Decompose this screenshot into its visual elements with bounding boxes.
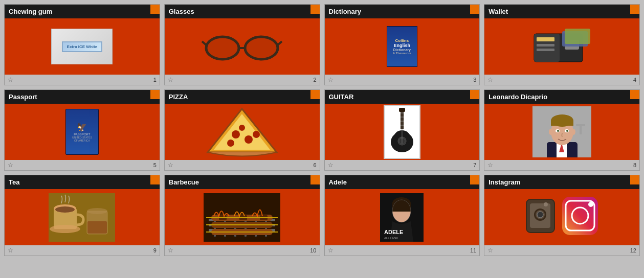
card-2[interactable]: Glasses ☆ 2 [164, 4, 320, 85]
card-4-body [484, 18, 639, 75]
accent-square [470, 175, 479, 184]
card-1-number: 1 [153, 77, 157, 83]
card-7-body [325, 104, 480, 160]
svg-point-49 [571, 129, 575, 135]
card-12-title: Instagram [488, 178, 520, 186]
star-icon[interactable]: ☆ [487, 161, 493, 169]
card-9-title: Tea [9, 178, 19, 186]
svg-point-5 [207, 38, 238, 58]
star-icon[interactable]: ☆ [8, 76, 13, 83]
svg-point-22 [253, 131, 260, 138]
accent-square [630, 175, 639, 184]
card-1-body [5, 18, 160, 75]
card-4-header: Wallet [484, 5, 639, 18]
card-3-body: Collins English Dictionary & Thesaurus [325, 18, 480, 75]
svg-point-94 [588, 202, 593, 207]
svg-marker-17 [214, 114, 270, 150]
card-9-body [5, 189, 160, 245]
card-1-title: Chewing gum [9, 8, 52, 15]
svg-rect-11 [537, 44, 554, 47]
card-10[interactable]: Barbecue [164, 175, 320, 256]
svg-point-54 [55, 206, 75, 213]
card-3-number: 3 [473, 77, 476, 83]
leo-image: T [532, 106, 591, 157]
card-6[interactable]: PIZZA ☆ 6 [164, 89, 320, 171]
card-4-footer: ☆ 4 [484, 75, 639, 85]
card-7-title: GUITAR [329, 93, 354, 101]
card-10-number: 10 [310, 247, 316, 253]
card-8[interactable]: Leonardo Dicaprio [484, 89, 640, 171]
star-icon[interactable]: ☆ [168, 76, 173, 83]
card-4[interactable]: Wallet ☆ 4 [484, 4, 640, 85]
svg-point-47 [566, 130, 568, 132]
card-2-title: Glasses [169, 8, 194, 15]
star-icon[interactable]: ☆ [328, 76, 334, 83]
wallet-image [531, 26, 593, 67]
instagram-image [524, 194, 601, 240]
card-6-footer: ☆ 6 [165, 160, 320, 170]
svg-rect-43 [551, 121, 573, 126]
card-5-header: Passport [5, 90, 160, 104]
card-grid: Chewing gum ☆ 1 Glasses [0, 0, 644, 260]
card-8-footer: ☆ 8 [484, 160, 639, 170]
card-8-title: Leonardo Dicaprio [488, 93, 547, 101]
card-11-title: Adele [329, 178, 347, 186]
card-6-body [165, 104, 320, 160]
svg-point-21 [227, 140, 234, 147]
star-icon[interactable]: ☆ [328, 247, 334, 254]
accent-square [470, 90, 479, 99]
glasses-image [201, 29, 283, 64]
svg-point-46 [557, 130, 559, 132]
card-3-header: Dictionary [325, 5, 480, 18]
card-10-header: Barbecue [165, 175, 320, 189]
svg-point-6 [246, 38, 277, 58]
adele-image: ADELE ALL I ASK [380, 193, 424, 242]
star-icon[interactable]: ☆ [168, 161, 173, 169]
svg-rect-58 [87, 221, 107, 234]
card-7-number: 7 [473, 162, 476, 168]
dictionary-image: Collins English Dictionary & Thesaurus [387, 26, 417, 67]
star-icon[interactable]: ☆ [168, 247, 173, 254]
card-1[interactable]: Chewing gum ☆ 1 [4, 4, 160, 85]
accent-square [310, 175, 320, 184]
svg-rect-14 [565, 29, 590, 44]
accent-square [150, 175, 160, 184]
card-5-footer: ☆ 5 [5, 160, 160, 170]
svg-point-20 [239, 125, 245, 131]
svg-text:ALL I ASK: ALL I ASK [384, 237, 398, 240]
star-icon[interactable]: ☆ [487, 76, 493, 83]
accent-square [150, 5, 160, 14]
card-5[interactable]: Passport 🦅 PASSPORT UNITED STATESOF AMER… [4, 89, 160, 171]
star-icon[interactable]: ☆ [8, 247, 13, 254]
card-11[interactable]: Adele ADELE ALL I ASK ☆ [324, 175, 480, 256]
svg-line-3 [202, 41, 206, 45]
svg-point-57 [87, 208, 107, 214]
card-2-body [165, 18, 320, 75]
card-10-body [165, 189, 320, 245]
svg-point-48 [549, 129, 553, 135]
card-9[interactable]: Tea [4, 175, 160, 256]
card-8-header: Leonardo Dicaprio [484, 90, 639, 104]
card-12-body [484, 189, 639, 245]
card-8-body: T [484, 104, 639, 160]
card-1-header: Chewing gum [5, 5, 160, 18]
card-3-title: Dictionary [329, 8, 362, 15]
card-4-number: 4 [633, 77, 636, 83]
guitar-frame [384, 105, 420, 159]
star-icon[interactable]: ☆ [328, 161, 334, 169]
accent-square [150, 90, 160, 99]
card-7[interactable]: GUITAR [324, 89, 480, 171]
card-5-title: Passport [9, 93, 37, 101]
svg-line-4 [278, 41, 282, 45]
chewing-gum-image [51, 29, 113, 64]
card-6-header: PIZZA [165, 90, 320, 104]
card-3[interactable]: Dictionary Collins English Dictionary & … [324, 4, 480, 85]
card-12[interactable]: Instagram [484, 175, 640, 256]
accent-square [310, 5, 320, 14]
card-7-footer: ☆ 7 [325, 160, 480, 170]
svg-rect-10 [537, 37, 554, 41]
star-icon[interactable]: ☆ [487, 247, 493, 254]
svg-text:T: T [576, 121, 585, 137]
star-icon[interactable]: ☆ [8, 161, 13, 169]
card-8-number: 8 [633, 162, 636, 168]
